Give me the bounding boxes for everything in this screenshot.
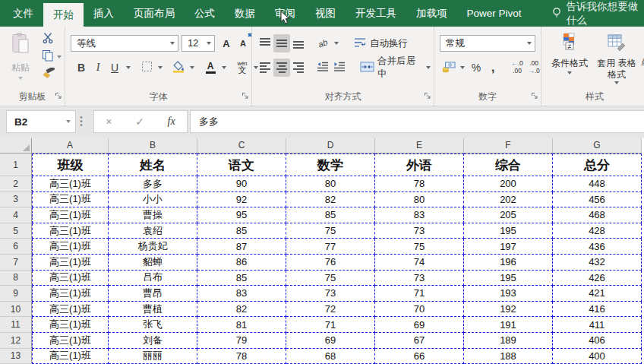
cell[interactable]: 曹植 — [109, 302, 197, 318]
cell[interactable]: 205 — [464, 207, 553, 223]
cell[interactable]: 82 — [286, 192, 375, 208]
phonetic-guide-button[interactable]: wén 文 — [234, 59, 251, 77]
tab-file[interactable]: 文件 — [3, 0, 43, 27]
tab-insert[interactable]: 插入 — [84, 0, 124, 27]
cell[interactable]: 高三(1)班 — [32, 317, 109, 333]
copy-button[interactable] — [42, 50, 62, 64]
cell[interactable]: 74 — [375, 255, 464, 271]
underline-button[interactable]: U — [106, 59, 123, 77]
align-middle-button[interactable] — [273, 34, 290, 52]
insert-function-button[interactable]: fx — [168, 116, 175, 128]
cell[interactable]: 82 — [197, 302, 286, 318]
cell[interactable]: 78 — [375, 176, 464, 192]
cell[interactable]: 73 — [375, 271, 464, 286]
cell[interactable]: 75 — [375, 239, 464, 255]
cell[interactable]: 高三(1)班 — [32, 271, 109, 286]
cell[interactable]: 69 — [286, 333, 375, 349]
enter-button[interactable]: ✓ — [135, 116, 144, 128]
cell[interactable]: 72 — [286, 302, 375, 318]
cell[interactable]: 86 — [197, 255, 286, 271]
borders-button[interactable] — [138, 59, 155, 77]
align-bottom-button[interactable] — [290, 34, 307, 52]
cell[interactable]: 76 — [286, 255, 375, 271]
cell[interactable]: 411 — [553, 317, 642, 333]
tab-developer[interactable]: 开发工具 — [346, 0, 406, 27]
cell[interactable]: 小小 — [109, 192, 197, 208]
font-dialog-launcher[interactable] — [242, 89, 249, 103]
fill-color-button[interactable] — [170, 59, 187, 77]
name-box[interactable]: B2 — [6, 110, 76, 133]
tell-me-box[interactable]: 告诉我你想要做什么 — [551, 0, 644, 27]
increase-indent-button[interactable] — [331, 59, 348, 77]
cell[interactable]: 高三(1)班 — [32, 255, 109, 271]
cell[interactable]: 448 — [553, 176, 642, 192]
column-header-f[interactable]: F — [464, 138, 553, 154]
row-header[interactable]: 8 — [0, 271, 32, 286]
font-color-button[interactable]: A — [202, 59, 219, 77]
cell[interactable]: 高三(1)班 — [32, 176, 109, 192]
cell[interactable]: 68 — [286, 349, 375, 364]
cell[interactable]: 406 — [553, 333, 642, 349]
cell[interactable]: 196 — [464, 255, 553, 271]
cell[interactable]: 73 — [286, 286, 375, 302]
cell[interactable]: 90 — [197, 176, 286, 192]
clipboard-dialog-launcher[interactable] — [55, 89, 62, 103]
row-header[interactable]: 1 — [0, 154, 32, 176]
cell[interactable]: 77 — [286, 239, 375, 255]
cell[interactable]: 92 — [197, 192, 286, 208]
percent-style-button[interactable]: % — [468, 59, 485, 77]
tab-data[interactable]: 数据 — [225, 0, 265, 27]
accounting-format-button[interactable] — [440, 59, 457, 77]
cell[interactable]: 85 — [197, 223, 286, 239]
cell[interactable]: 71 — [286, 317, 375, 333]
cell[interactable]: 66 — [375, 349, 464, 364]
row-header[interactable]: 12 — [0, 333, 32, 349]
header-cell[interactable]: 班级 — [32, 154, 109, 176]
cell[interactable]: 85 — [197, 271, 286, 286]
italic-button[interactable]: I — [90, 59, 106, 77]
cell[interactable]: 428 — [553, 223, 642, 239]
cell[interactable]: 73 — [375, 223, 464, 239]
cell[interactable]: 78 — [197, 349, 286, 364]
paste-button[interactable]: 粘贴 — [4, 32, 37, 81]
tab-view[interactable]: 视图 — [305, 0, 346, 27]
align-left-button[interactable] — [257, 59, 273, 77]
row-header[interactable]: 3 — [0, 192, 32, 208]
comma-style-button[interactable]: , — [485, 59, 501, 77]
cell[interactable]: 197 — [464, 239, 553, 255]
cell[interactable]: 71 — [375, 286, 464, 302]
cell[interactable]: 468 — [553, 207, 642, 223]
cell[interactable]: 丽丽 — [109, 349, 197, 364]
cell[interactable]: 83 — [197, 286, 286, 302]
tab-formulas[interactable]: 公式 — [185, 0, 225, 27]
cell[interactable]: 70 — [375, 302, 464, 318]
cell[interactable]: 袁绍 — [109, 223, 197, 239]
cell[interactable]: 189 — [464, 333, 553, 349]
tab-page-layout[interactable]: 页面布局 — [124, 0, 185, 27]
cell[interactable]: 200 — [464, 176, 553, 192]
number-dialog-launcher[interactable] — [531, 89, 538, 103]
cell[interactable]: 69 — [375, 317, 464, 333]
font-name-combo[interactable]: 等线 — [71, 35, 178, 52]
font-size-combo[interactable]: 12 — [182, 35, 215, 52]
cell[interactable]: 416 — [553, 302, 642, 318]
conditional-formatting-button[interactable]: ≠ 条件格式 — [546, 27, 593, 97]
cell[interactable]: 貂蝉 — [109, 255, 197, 271]
cell-styles-button[interactable]: 单元格样式 — [640, 27, 644, 97]
cell[interactable]: 曹昂 — [109, 286, 197, 302]
tab-addins[interactable]: 加载项 — [406, 0, 457, 27]
header-cell[interactable]: 语文 — [197, 154, 286, 176]
column-header-b[interactable]: B — [109, 138, 197, 154]
decrease-indent-button[interactable] — [314, 59, 331, 77]
formula-input[interactable]: 多多 — [190, 110, 644, 133]
cell[interactable]: 吕布 — [109, 271, 197, 286]
cell[interactable]: 192 — [464, 302, 553, 318]
header-cell[interactable]: 外语 — [375, 154, 464, 176]
cell[interactable]: 421 — [553, 286, 642, 302]
header-cell[interactable]: 姓名 — [109, 154, 197, 176]
cell[interactable]: 79 — [197, 333, 286, 349]
cell[interactable]: 80 — [375, 192, 464, 208]
column-header-e[interactable]: E — [375, 138, 464, 154]
cell[interactable]: 400 — [553, 349, 642, 364]
increase-decimal-button[interactable]: ←←.0.0.00 — [509, 59, 526, 77]
